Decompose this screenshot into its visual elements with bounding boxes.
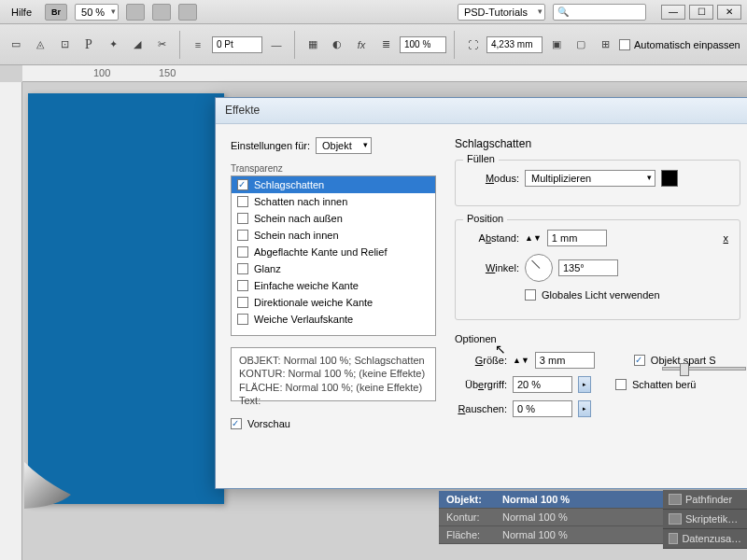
options-group: Optionen Größe: ▲▼ Objekt spart S Übergr…: [455, 333, 740, 417]
spread-label: Übergriff:: [455, 379, 507, 390]
preview-checkbox[interactable]: [231, 418, 242, 429]
transparency-label: Transparenz: [231, 163, 436, 174]
angle-input[interactable]: [558, 259, 618, 276]
crop-icon[interactable]: ⛶: [462, 35, 483, 55]
menu-bar: Hilfe Br 50 % PSD-Tutorials 🔍 — ☐ ✕: [0, 0, 747, 24]
fx-checkbox[interactable]: [237, 314, 248, 325]
angle-dial[interactable]: [525, 254, 553, 282]
fx-item[interactable]: Schein nach innen: [232, 227, 435, 244]
blend-mode-select[interactable]: Multiplizieren: [525, 170, 655, 187]
view-options-icon[interactable]: [152, 4, 171, 21]
size-input[interactable]: [535, 352, 595, 369]
fx-item[interactable]: Schein nach außen: [232, 210, 435, 227]
noise-input[interactable]: [513, 400, 572, 417]
position-group: Position Abstand: ▲▼ x Winkel: Globales …: [455, 219, 740, 320]
spread-input[interactable]: [513, 376, 572, 393]
direct-select-icon[interactable]: ◬: [30, 35, 50, 55]
noise-spinner[interactable]: ▸: [578, 400, 591, 417]
width-input[interactable]: [486, 36, 543, 53]
pathfinder-tab[interactable]: Pathfinder: [663, 490, 747, 510]
fit-content-icon[interactable]: ▢: [571, 35, 591, 55]
shadow-color-swatch[interactable]: [661, 170, 678, 187]
fx-checkbox[interactable]: [237, 179, 248, 190]
dialog-title: Effekte: [216, 98, 747, 124]
settings-for-select[interactable]: Objekt: [316, 137, 372, 154]
search-input[interactable]: 🔍: [553, 4, 646, 21]
script-label-tab[interactable]: Skriptetik…: [663, 510, 747, 529]
script-icon: [669, 513, 682, 525]
fx-icon[interactable]: fx: [351, 35, 372, 55]
fx-item[interactable]: Abgeflachte Kante und Relief: [232, 244, 435, 260]
fill-swatch-icon[interactable]: ▦: [303, 35, 323, 55]
side-panel: Pathfinder Skriptetik… Datenzusa…: [663, 490, 747, 549]
shadow-behind-label: Schatten berü: [632, 379, 697, 390]
artboard[interactable]: [28, 93, 224, 504]
fx-item[interactable]: Einfache weiche Kante: [232, 277, 435, 294]
noise-label: Rauschen:: [455, 403, 507, 414]
preview-label: Vorschau: [247, 418, 290, 429]
knockout-checkbox[interactable]: [634, 355, 645, 366]
fx-checkbox[interactable]: [237, 246, 248, 258]
anchor-icon[interactable]: ✦: [103, 35, 123, 55]
settings-for-label: Einstellungen für:: [231, 140, 310, 151]
close-button[interactable]: ✕: [717, 5, 741, 20]
x-offset-link[interactable]: x: [724, 232, 729, 244]
stroke-style-icon[interactable]: ≡: [188, 35, 208, 55]
fit-frame-icon[interactable]: ▣: [546, 35, 567, 55]
fx-item-schlagschatten[interactable]: Schlagschatten: [232, 176, 435, 193]
pathfinder-icon: [669, 494, 682, 505]
fx-checkbox[interactable]: [237, 213, 248, 224]
fx-item[interactable]: Schatten nach innen: [232, 193, 435, 210]
spread-spinner[interactable]: ▸: [578, 376, 591, 393]
control-toolbar: ▭ ◬ ⊡ P ✦ ◢ ✂ ≡ — ▦ ◐ fx ≣ ⛶ ▣ ▢ ⊞ Autom…: [0, 24, 747, 65]
fx-item[interactable]: Glanz: [232, 260, 435, 277]
global-light-label: Globales Licht verwenden: [542, 289, 660, 301]
page-curl-icon: [24, 443, 90, 509]
ruler-horizontal: 100 150: [22, 65, 747, 82]
paragraph-icon[interactable]: ≣: [375, 35, 396, 55]
angle-label: Winkel:: [467, 262, 519, 273]
data-merge-tab[interactable]: Datenzusa…: [663, 529, 747, 549]
fx-item[interactable]: Direktionale weiche Kante: [232, 294, 435, 311]
ruler-vertical: [0, 82, 22, 560]
distance-input[interactable]: [547, 230, 607, 246]
data-icon: [669, 533, 678, 544]
gradient-icon[interactable]: ◐: [327, 35, 347, 55]
effect-heading: Schlagschatten: [455, 137, 740, 150]
type-tool-icon[interactable]: P: [78, 35, 99, 55]
fill-group: Füllen Modus: Multiplizieren: [455, 160, 740, 206]
opacity-input[interactable]: [400, 36, 446, 53]
fx-checkbox[interactable]: [237, 297, 248, 308]
corner-icon[interactable]: ◢: [127, 35, 148, 55]
minimize-button[interactable]: —: [661, 5, 685, 20]
arrange-icon[interactable]: [178, 4, 197, 21]
mode-label: Modus:: [467, 173, 519, 184]
psd-tutorials-dropdown[interactable]: PSD-Tutorials: [458, 4, 545, 21]
stroke-type-icon[interactable]: —: [266, 35, 287, 55]
size-label: Größe:: [455, 355, 507, 366]
help-menu[interactable]: Hilfe: [6, 4, 37, 21]
fx-checkbox[interactable]: [237, 196, 248, 207]
shadow-behind-checkbox[interactable]: [615, 379, 627, 390]
distance-label: Abstand:: [467, 232, 519, 244]
effects-list: Schlagschatten Schatten nach innen Schei…: [231, 175, 436, 336]
effects-summary: OBJEKT: Normal 100 %; Schlagschatten KON…: [231, 347, 436, 401]
stroke-weight-input[interactable]: [212, 36, 262, 53]
fx-checkbox[interactable]: [237, 230, 248, 241]
center-icon[interactable]: ⊞: [595, 35, 615, 55]
fx-checkbox[interactable]: [237, 263, 248, 274]
auto-fit-label: Automatisch einpassen: [634, 39, 740, 50]
spread-slider[interactable]: [662, 367, 746, 371]
fx-item[interactable]: Weiche Verlaufskante: [232, 311, 435, 328]
auto-fit-checkbox[interactable]: [619, 39, 630, 50]
fx-checkbox[interactable]: [237, 280, 248, 291]
content-tool-icon[interactable]: ⊡: [54, 35, 75, 55]
scissors-icon[interactable]: ✂: [151, 35, 172, 55]
effects-dialog: Effekte Einstellungen für: Objekt Transp…: [215, 97, 747, 489]
zoom-select[interactable]: 50 %: [75, 4, 119, 21]
global-light-checkbox[interactable]: [525, 289, 536, 301]
maximize-button[interactable]: ☐: [689, 5, 713, 20]
selection-tool-icon[interactable]: ▭: [6, 35, 26, 55]
bridge-button[interactable]: Br: [45, 4, 67, 21]
screen-mode-icon[interactable]: [126, 4, 145, 21]
